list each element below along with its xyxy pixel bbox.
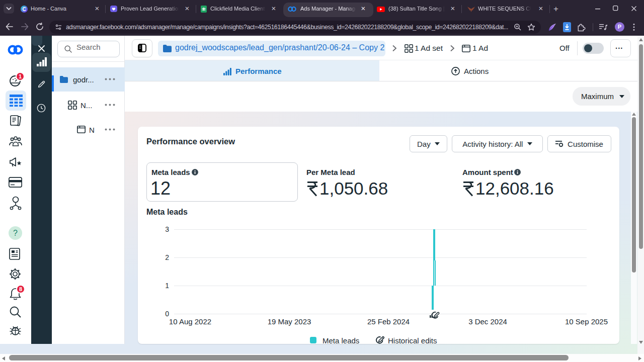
svg-text:C: C [22, 7, 26, 12]
